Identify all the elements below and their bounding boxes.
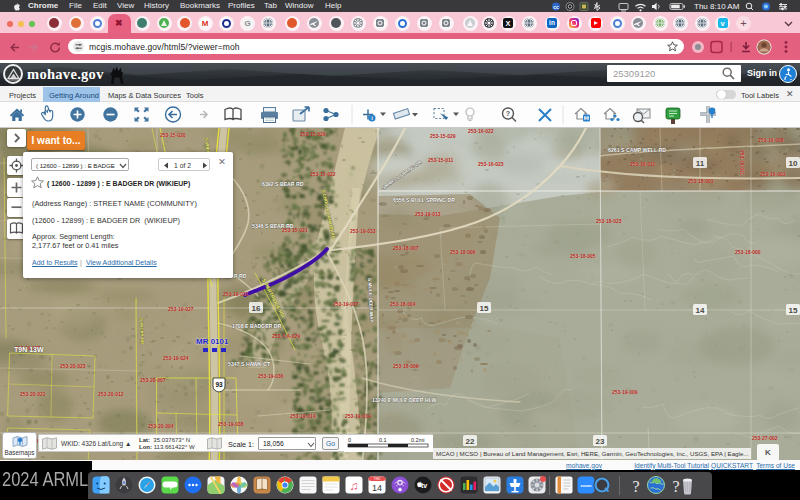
svg-text:THU: THU — [374, 477, 381, 481]
svg-text:S WICKY DR: S WICKY DR — [139, 318, 145, 345]
svg-text:253-20-021: 253-20-021 — [20, 391, 46, 397]
svg-text:5346 S BEAR RD: 5346 S BEAR RD — [252, 223, 294, 229]
svg-text:15: 15 — [789, 306, 798, 315]
svg-text:253-19-014: 253-19-014 — [290, 413, 316, 419]
svg-text:253-18-000: 253-18-000 — [735, 249, 761, 255]
svg-text:16: 16 — [252, 304, 261, 313]
svg-text:253-16-003: 253-16-003 — [760, 171, 786, 177]
svg-text:10: 10 — [789, 159, 798, 168]
svg-text:23: 23 — [596, 437, 605, 446]
svg-text:Thu 8:10 AM: Thu 8:10 AM — [694, 2, 740, 11]
svg-text:zoom: zoom — [581, 483, 592, 488]
svg-text:?: ? — [506, 110, 510, 117]
svg-text:253-19-033: 253-19-033 — [350, 228, 376, 234]
svg-text:253-19-01A: 253-19-01A — [345, 413, 372, 419]
svg-text:6556 S BULL SPRING DR: 6556 S BULL SPRING DR — [393, 197, 455, 203]
svg-text:13240 E MULE DEER HLW: 13240 E MULE DEER HLW — [372, 397, 436, 403]
svg-text:253-15-011: 253-15-011 — [428, 157, 454, 163]
svg-text:253-15-022: 253-15-022 — [310, 171, 336, 177]
svg-text:6392 S BEAR RD: 6392 S BEAR RD — [262, 181, 304, 187]
svg-text:253-19-009: 253-19-009 — [612, 389, 638, 395]
svg-text:93: 93 — [215, 381, 223, 388]
svg-text:253-20-012: 253-20-012 — [98, 391, 124, 397]
svg-text:253-18-023: 253-18-023 — [596, 218, 622, 224]
svg-text:253-15-029: 253-15-029 — [300, 131, 326, 137]
svg-text:253-19-037: 253-19-037 — [333, 301, 359, 307]
svg-text:11: 11 — [696, 159, 705, 168]
svg-text:253-15-029: 253-15-029 — [430, 133, 456, 139]
svg-text:253-18-007: 253-18-007 — [393, 245, 419, 251]
svg-text:253-20-007: 253-20-007 — [140, 377, 166, 383]
svg-text:0.1: 0.1 — [379, 437, 387, 443]
svg-text:253-19-038: 253-19-038 — [218, 421, 244, 427]
svg-text:253-16-011: 253-16-011 — [739, 150, 745, 176]
svg-text:T9N 13W: T9N 13W — [14, 346, 44, 353]
svg-text:253-19-027: 253-19-027 — [168, 306, 194, 312]
svg-text:253-27-002: 253-27-002 — [752, 435, 778, 441]
svg-text:253-18-006: 253-18-006 — [450, 249, 476, 255]
svg-text:253-15-020: 253-15-020 — [160, 132, 186, 138]
svg-text:MR 0101: MR 0101 — [196, 337, 229, 346]
svg-text:6261 S CAMP WELL RD: 6261 S CAMP WELL RD — [608, 147, 666, 153]
svg-text:253-16-022: 253-16-022 — [468, 128, 494, 134]
svg-text:14: 14 — [696, 306, 705, 315]
svg-text:253-20-023: 253-20-023 — [60, 363, 86, 369]
svg-text:1708 E BADGER DR: 1708 E BADGER DR — [232, 323, 282, 329]
svg-text:253-16-023: 253-16-023 — [478, 161, 504, 167]
svg-text:♫: ♫ — [350, 479, 359, 493]
svg-text:253-18-005: 253-18-005 — [570, 253, 596, 259]
svg-text:253-19-024: 253-19-024 — [163, 355, 189, 361]
svg-text:253-19-013: 253-19-013 — [415, 211, 441, 217]
svg-text:253-20-004: 253-20-004 — [148, 423, 174, 429]
svg-text:cc: cc — [553, 4, 559, 10]
svg-text:0.2mi: 0.2mi — [411, 437, 424, 443]
svg-text:14: 14 — [372, 483, 382, 493]
svg-text:22: 22 — [466, 437, 475, 446]
svg-text:15: 15 — [480, 304, 489, 313]
svg-text:253-18-009: 253-18-009 — [393, 363, 419, 369]
svg-text:5347 S HAWK CT: 5347 S HAWK CT — [228, 361, 271, 367]
svg-text:253-18-001: 253-18-001 — [688, 178, 714, 184]
svg-text:?: ? — [632, 478, 639, 495]
svg-text:253-19-031: 253-19-031 — [223, 291, 249, 297]
svg-text:?: ? — [672, 478, 679, 495]
svg-text:253-16-011: 253-16-011 — [630, 161, 656, 167]
svg-text:253-7-A-029: 253-7-A-029 — [272, 333, 300, 339]
svg-text:253-18-004: 253-18-004 — [390, 301, 416, 307]
svg-text:253-16-008: 253-16-008 — [758, 137, 784, 143]
svg-text:0: 0 — [348, 437, 351, 443]
svg-text:tv: tv — [421, 482, 427, 489]
svg-text:253-19-036: 253-19-036 — [258, 373, 284, 379]
